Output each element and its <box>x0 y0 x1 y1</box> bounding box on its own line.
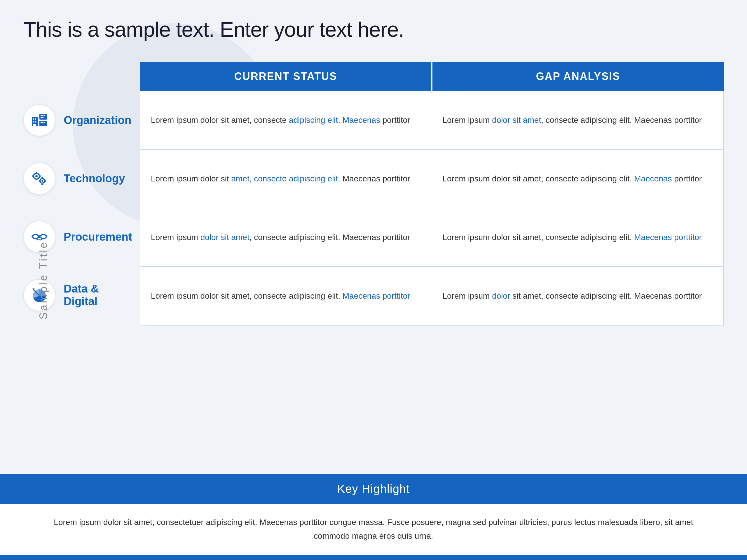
table-row: Lorem ipsum dolor sit amet, consecte adi… <box>140 150 724 208</box>
key-highlight-body: Lorem ipsum dolor sit amet, consectetuer… <box>0 504 747 555</box>
svg-rect-14 <box>42 122 44 123</box>
data-digital-label: Data & Digital <box>63 283 134 308</box>
svg-rect-22 <box>32 175 34 177</box>
svg-rect-27 <box>45 180 46 182</box>
data-table: CURRENT STATUS GAP ANALYSIS Lorem ipsum … <box>140 62 724 457</box>
svg-point-17 <box>35 175 37 177</box>
icon-circle-technology <box>23 162 55 194</box>
row-label-organization: Organization <box>23 91 140 149</box>
col2-header: GAP ANALYSIS <box>433 62 724 91</box>
data-digital-col2: Lorem ipsum dolor sit amet, consecte adi… <box>432 267 724 325</box>
side-label: Sample Title <box>37 241 50 319</box>
row-label-technology: Technology <box>23 149 140 208</box>
svg-rect-23 <box>39 175 41 177</box>
procurement-col1: Lorem ipsum dolor sit amet, consecte adi… <box>140 208 432 267</box>
svg-point-19 <box>42 180 43 182</box>
svg-rect-15 <box>44 122 45 123</box>
svg-rect-24 <box>42 177 43 179</box>
table-row: Lorem ipsum dolor sit amet, consecte adi… <box>140 208 724 267</box>
technology-label: Technology <box>63 172 125 185</box>
organization-label: Organization <box>63 114 131 127</box>
table-row: Lorem ipsum dolor sit amet, consecte adi… <box>140 91 724 150</box>
svg-rect-13 <box>41 122 42 123</box>
table-row: Lorem ipsum dolor sit amet, consecte adi… <box>140 267 724 325</box>
svg-rect-10 <box>41 117 42 118</box>
svg-rect-3 <box>33 121 34 123</box>
icon-circle-organization <box>23 104 55 136</box>
svg-rect-12 <box>40 121 47 126</box>
data-digital-col1: Lorem ipsum dolor sit amet, consecte adi… <box>140 267 432 325</box>
main-area: Organization <box>23 62 724 457</box>
svg-rect-25 <box>42 184 43 185</box>
key-highlight-section: Key Highlight Lorem ipsum dolor sit amet… <box>0 474 747 560</box>
procurement-col2: Lorem ipsum dolor sit amet, consecte adi… <box>432 208 724 267</box>
svg-rect-7 <box>41 115 42 116</box>
organization-col2: Lorem ipsum dolor sit amet, consecte adi… <box>432 91 724 149</box>
svg-rect-26 <box>39 180 40 182</box>
svg-rect-9 <box>44 115 45 116</box>
svg-rect-2 <box>35 118 36 120</box>
technology-col1: Lorem ipsum dolor sit amet, consecte adi… <box>140 150 432 208</box>
svg-rect-4 <box>35 121 36 123</box>
organization-col1: Lorem ipsum dolor sit amet, consecte adi… <box>140 91 432 149</box>
table-body: Lorem ipsum dolor sit amet, consecte adi… <box>140 91 724 325</box>
page-title[interactable]: This is a sample text. Enter your text h… <box>23 18 724 42</box>
svg-rect-21 <box>35 179 37 180</box>
technology-icon <box>31 170 48 187</box>
key-highlight-header: Key Highlight <box>0 474 747 504</box>
col1-header: CURRENT STATUS <box>140 62 431 91</box>
technology-col2: Lorem ipsum dolor sit amet, consecte adi… <box>432 150 724 208</box>
content-wrapper: This is a sample text. Enter your text h… <box>0 0 747 560</box>
svg-rect-20 <box>35 172 37 174</box>
svg-rect-11 <box>42 117 44 118</box>
procurement-label: Procurement <box>63 231 132 243</box>
svg-rect-8 <box>42 115 44 116</box>
bottom-blue-bar <box>0 555 747 560</box>
table-header-row: CURRENT STATUS GAP ANALYSIS <box>140 62 724 91</box>
svg-rect-1 <box>33 118 34 120</box>
organization-icon <box>31 111 48 129</box>
svg-point-28 <box>38 236 41 238</box>
svg-rect-5 <box>33 124 36 126</box>
